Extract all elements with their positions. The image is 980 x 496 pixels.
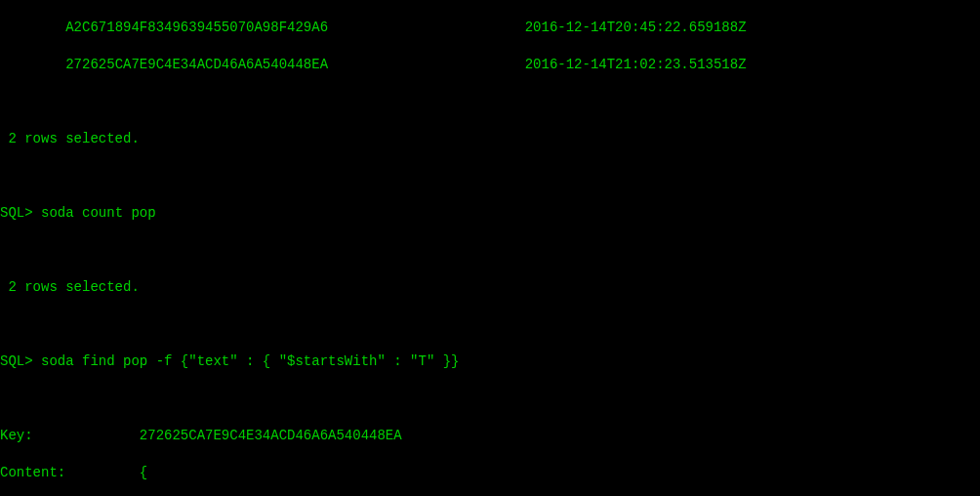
content-open-brace: { bbox=[140, 465, 147, 480]
result-row: A2C671894F8349639455070A98F429A6 2016-12… bbox=[0, 19, 980, 37]
result-key: A2C671894F8349639455070A98F429A6 bbox=[65, 20, 328, 35]
find-key-line: Key: 272625CA7E9C4E34ACD46A6A540448EA bbox=[0, 427, 980, 445]
content-label: Content: bbox=[0, 465, 65, 480]
find-content-line: Content: { bbox=[0, 464, 980, 482]
terminal-output: A2C671894F8349639455070A98F429A6 2016-12… bbox=[0, 0, 980, 496]
prompt-line[interactable]: SQL> soda count pop bbox=[0, 204, 980, 223]
blank-line bbox=[0, 390, 980, 408]
blank-line bbox=[0, 167, 980, 186]
prompt-line[interactable]: SQL> soda find pop -f {"text" : { "$star… bbox=[0, 352, 980, 371]
key-label: Key: bbox=[0, 428, 33, 443]
blank-line bbox=[0, 241, 980, 260]
key-value: 272625CA7E9C4E34ACD46A6A540448EA bbox=[140, 428, 402, 443]
result-timestamp: 2016-12-14T20:45:22.659188Z bbox=[525, 20, 747, 35]
sql-prompt: SQL> bbox=[0, 353, 33, 369]
blank-line bbox=[0, 93, 980, 111]
result-timestamp: 2016-12-14T21:02:23.513518Z bbox=[525, 57, 747, 72]
result-row: 272625CA7E9C4E34ACD46A6A540448EA 2016-12… bbox=[0, 56, 980, 74]
rows-selected-message: 2 rows selected. bbox=[0, 278, 980, 297]
sql-prompt: SQL> bbox=[0, 205, 33, 221]
blank-line bbox=[0, 315, 980, 334]
rows-selected-message: 2 rows selected. bbox=[0, 130, 980, 148]
sql-command: soda count pop bbox=[41, 205, 156, 221]
sql-command: soda find pop -f {"text" : { "$startsWit… bbox=[41, 353, 459, 369]
result-key: 272625CA7E9C4E34ACD46A6A540448EA bbox=[65, 57, 328, 72]
